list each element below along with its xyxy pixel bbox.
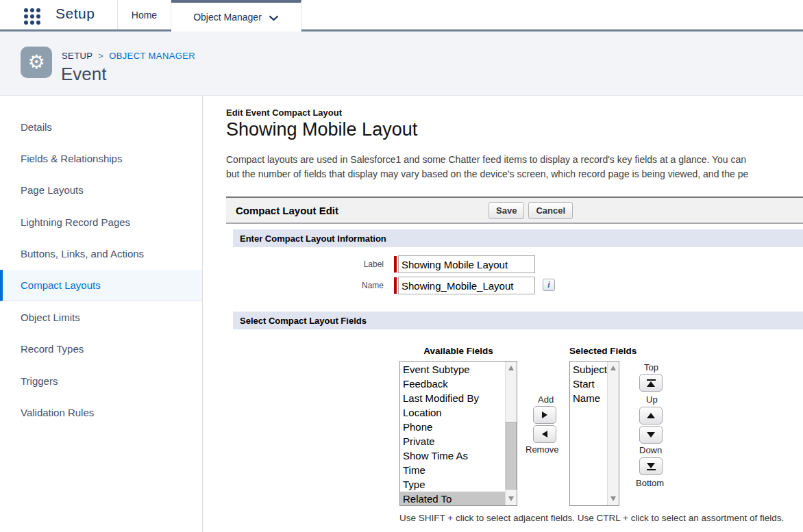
sidebar-item[interactable]: Object Limits	[0, 301, 202, 333]
block-header: Compact Layout Edit Save Cancel	[226, 198, 803, 224]
bottom-bar-icon	[647, 469, 656, 470]
page-eyebrow: Edit Event Compact Layout	[226, 107, 342, 118]
remove-button[interactable]	[533, 425, 556, 443]
section-header-information: Enter Compact Layout Information	[233, 229, 803, 247]
label-input[interactable]	[398, 255, 535, 273]
available-field-option[interactable]: Private	[400, 434, 505, 448]
move-up-button[interactable]	[639, 407, 663, 425]
triangle-down-icon	[647, 463, 655, 468]
tab-object-manager[interactable]: Object Manager	[171, 0, 301, 31]
sidebar-item[interactable]: Triggers	[0, 365, 202, 396]
move-top-button[interactable]	[639, 374, 663, 392]
app-launcher-icon[interactable]	[24, 8, 40, 25]
page-header: ⚙ SETUP > OBJECT MANAGER Event	[0, 31, 803, 96]
top-navbar: Setup Home Object Manager	[0, 0, 803, 31]
object-manager-sidebar: DetailsFields & RelationshipsPage Layout…	[0, 96, 203, 532]
triangle-up-icon	[647, 413, 655, 418]
description-line-2: but the number of fields that display ma…	[226, 168, 748, 179]
multi-select-hint: Use SHIFT + click to select adjacent fie…	[399, 513, 784, 523]
add-button[interactable]	[533, 406, 556, 424]
app-title: Setup	[55, 5, 95, 22]
section-header-fields: Select Compact Layout Fields	[233, 312, 803, 329]
remove-label: Remove	[526, 444, 558, 455]
info-icon[interactable]: i	[543, 279, 555, 291]
breadcrumb-object-manager-link[interactable]: OBJECT MANAGER	[109, 51, 195, 61]
add-label: Add	[538, 394, 554, 405]
available-field-option[interactable]: Event Subtype	[400, 362, 505, 377]
bottom-label: Bottom	[636, 478, 664, 488]
triangle-up-icon	[647, 381, 655, 387]
tab-home-label: Home	[132, 10, 157, 21]
available-fields-listbox[interactable]: Event SubtypeFeedbackLast Modified ByLoc…	[399, 361, 517, 506]
selected-field-option[interactable]: Start	[570, 377, 607, 391]
required-indicator	[394, 277, 397, 294]
available-scrollbar[interactable]	[505, 362, 517, 505]
salesforce-setup-screen: Setup Home Object Manager ⚙ SETUP > OBJE…	[0, 0, 803, 532]
triangle-right-icon	[542, 411, 547, 418]
tab-object-manager-label: Object Manager	[193, 12, 262, 23]
available-field-option[interactable]: Phone	[400, 420, 505, 434]
available-field-option[interactable]: Location	[400, 405, 505, 420]
block-title: Compact Layout Edit	[236, 205, 338, 216]
sidebar-item[interactable]: Record Types	[0, 333, 202, 365]
down-label: Down	[639, 445, 662, 455]
scrollbar-thumb[interactable]	[506, 422, 517, 490]
sidebar-item[interactable]: Validation Rules	[0, 397, 202, 429]
available-field-option[interactable]: Last Modified By	[400, 391, 505, 405]
save-button[interactable]: Save	[489, 202, 524, 219]
selected-field-option[interactable]: Subject	[570, 362, 607, 377]
available-field-option[interactable]: Time	[400, 463, 505, 477]
sidebar-item[interactable]: Details	[0, 111, 202, 142]
available-field-option[interactable]: Feedback	[400, 377, 505, 391]
sidebar-item[interactable]: Compact Layouts	[0, 270, 202, 301]
top-bar-icon	[647, 379, 656, 381]
selected-scrollbar[interactable]	[607, 362, 619, 505]
sidebar-item[interactable]: Lightning Record Pages	[0, 206, 202, 238]
selected-fields-listbox[interactable]: SubjectStartName	[569, 361, 619, 506]
setup-gear-icon: ⚙	[21, 47, 52, 78]
page-title: Showing Mobile Layout	[226, 119, 417, 140]
scroll-down-icon[interactable]	[508, 496, 514, 501]
available-field-option[interactable]: Show Time As	[400, 448, 505, 463]
scroll-up-icon[interactable]	[508, 366, 514, 370]
name-input[interactable]	[398, 277, 535, 294]
description-line-1: Compact layouts are used in Salesforce1 …	[226, 154, 746, 165]
scroll-up-icon[interactable]	[610, 366, 616, 370]
breadcrumb-setup: SETUP	[62, 51, 92, 61]
selected-fields-label: Selected Fields	[569, 346, 637, 356]
available-fields-label: Available Fields	[399, 346, 517, 356]
required-indicator	[394, 256, 397, 273]
sidebar-item[interactable]: Fields & Relationships	[0, 142, 202, 174]
tab-home[interactable]: Home	[117, 0, 171, 29]
top-label: Top	[644, 362, 658, 372]
breadcrumb-separator: >	[98, 51, 103, 61]
block-buttons: Save Cancel	[489, 202, 573, 219]
selected-field-option[interactable]: Name	[570, 391, 607, 405]
sidebar-item[interactable]: Page Layouts	[0, 175, 202, 206]
name-field-label: Name	[226, 281, 384, 290]
up-label: Up	[646, 394, 658, 405]
triangle-left-icon	[542, 431, 547, 438]
available-field-option[interactable]: Type	[400, 477, 505, 492]
object-title: Event	[61, 64, 107, 85]
triangle-down-icon	[647, 432, 655, 438]
chevron-down-icon	[269, 15, 279, 21]
breadcrumb: SETUP > OBJECT MANAGER	[62, 51, 195, 61]
move-bottom-button[interactable]	[639, 457, 663, 475]
cancel-button[interactable]: Cancel	[528, 202, 573, 219]
available-field-option[interactable]: Related To	[400, 492, 505, 506]
sidebar-item[interactable]: Buttons, Links, and Actions	[0, 238, 202, 270]
compact-layout-edit-block: Compact Layout Edit Save Cancel Enter Co…	[226, 197, 803, 532]
label-field-label: Label	[226, 259, 384, 269]
scroll-down-icon[interactable]	[610, 496, 616, 501]
move-down-button[interactable]	[639, 426, 663, 444]
